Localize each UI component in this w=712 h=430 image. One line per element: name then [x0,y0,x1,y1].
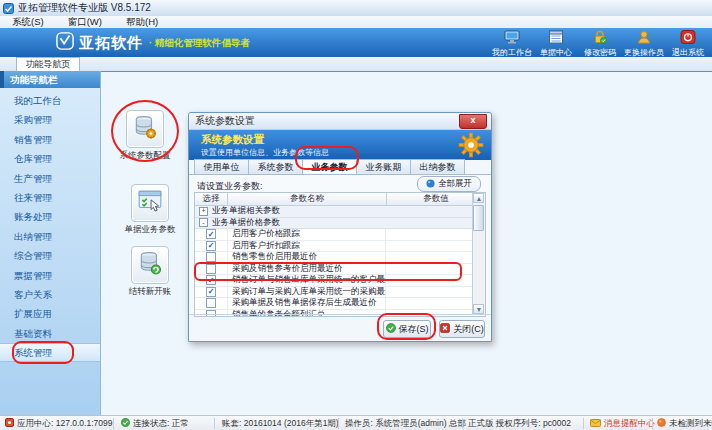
app-icon [3,3,14,14]
shortcut-label: 单据业务参数 [115,224,185,236]
menu-window[interactable]: 窗口(W) [56,16,114,29]
checkbox[interactable] [206,298,216,308]
system-params-dialog: 系统参数设置 x 系统参数设置 设置使用单位信息、业务参数等信息 使用单位 系统… [188,112,492,342]
status-operator: 操作员: 系统管理员(admin) 总部 [345,416,466,430]
change-password-button[interactable]: 修改密码 [578,30,622,58]
table-row[interactable]: 采购单据及销售单据保存后生成最近价 [195,298,485,310]
checkbox[interactable] [206,264,216,274]
sidebar-item-accounting[interactable]: 账务处理 [0,207,100,226]
sidebar-item-purchase[interactable]: 采购管理 [0,110,100,129]
brand-slogan: 精细化管理软件倡导者 [155,37,250,48]
close-button[interactable]: 关闭(C) [439,320,485,338]
shortcut-carryover[interactable]: 结转新开账 [115,246,185,298]
brand-separator: · [149,37,152,48]
call-device-icon [657,418,669,429]
checkbox[interactable]: ✓ [206,287,216,297]
switch-operator-button[interactable]: 更换操作员 [622,30,666,58]
brand-logo-icon [56,32,74,54]
database-carryover-icon [137,250,163,280]
save-button[interactable]: 保存(S) [383,320,431,338]
status-license: 正式版 授权序列号: pc0002 [468,416,571,430]
table-row[interactable]: ✓ 启用客户价格跟踪 [195,229,485,241]
scroll-down-icon[interactable] [473,304,484,314]
brand-name: 亚拓软件 [79,34,143,53]
shortcut-label: 结转新开账 [115,286,185,298]
window-titlebar: 亚拓管理软件专业版 V8.5.172 [0,0,712,17]
menu-system[interactable]: 系统(S) [0,16,56,29]
exit-system-button[interactable]: 退出系统 [666,30,710,58]
tab-cashier-params[interactable]: 出纳参数 [411,159,465,175]
close-x-icon [440,323,453,335]
dialog-title: 系统参数设置 [195,115,255,126]
status-bar: 应用中心: 127.0.0.1:7099 连接状态: 正常 账套: 201610… [0,415,712,430]
dialog-titlebar: 系统参数设置 x [189,113,491,130]
table-header: 选择 参数名称 参数值 [195,193,485,206]
status-connection: 连接状态: 正常 [121,416,189,430]
sidebar-item-production[interactable]: 生产管理 [0,169,100,188]
save-check-icon [386,323,399,335]
status-message-center[interactable]: 消息提醒中心 [590,416,655,430]
database-gear-icon [132,114,158,144]
scroll-up-icon[interactable] [473,193,484,203]
shortcut-label: 系统参数配置 [110,150,180,162]
page-tab-strip: 功能导航页 [0,57,712,72]
shortcut-document-params[interactable]: 单据业务参数 [115,184,185,236]
checkbox[interactable]: ✓ [206,229,216,239]
table-row[interactable]: 采购及销售参考价启用最近价 [195,264,485,276]
expand-all-icon [426,179,438,190]
document-params-icon [137,189,163,217]
tab-function-navigation[interactable]: 功能导航页 [16,57,80,71]
shortcut-system-params[interactable]: 系统参数配置 [110,110,180,162]
vertical-scrollbar[interactable] [472,193,485,314]
sidebar-item-extensions[interactable]: 扩展应用 [0,304,100,323]
sidebar-item-warehouse[interactable]: 仓库管理 [0,149,100,168]
sidebar-item-cashier[interactable]: 出纳管理 [0,227,100,246]
table-row-group[interactable]: - 业务单据价格参数 [195,218,485,230]
dialog-footer: 保存(S) 关闭(C) [189,314,491,342]
app-center-icon [5,418,17,429]
sidebar-item-crm[interactable]: 客户关系 [0,285,100,304]
menu-help[interactable]: 帮助(H) [114,16,170,29]
sidebar-item-my-workbench[interactable]: 我的工作台 [0,91,100,110]
status-app-center: 应用中心: 127.0.0.1:7099 [5,416,112,430]
switch-operator-icon [636,30,652,47]
workbench-icon [504,30,520,47]
sidebar-item-sales[interactable]: 销售管理 [0,130,100,149]
table-row[interactable]: 销售零售价启用最近价 [195,252,485,264]
table-row-annotated[interactable]: ✓ 销售订单与销售出库单采用统一的客户最近价 [195,275,485,287]
sidebar-item-comprehensive[interactable]: 综合管理 [0,246,100,265]
collapse-toggle-icon[interactable]: - [199,218,208,227]
checkbox[interactable]: ✓ [206,241,216,251]
tab-business-period[interactable]: 业务账期 [357,159,411,175]
dialog-body: 请设置业务参数: 全部展开 选择 参数名称 参数值 + 业务单据相关参数 - 业… [189,174,491,315]
tab-system-params[interactable]: 系统参数 [249,159,303,175]
password-icon [592,30,608,47]
checkbox[interactable]: ✓ [206,275,216,285]
table-row[interactable]: ✓ 采购订单与采购入库单采用统一的采购最近价 [195,287,485,299]
document-center-icon [548,30,564,47]
mail-icon [590,419,604,429]
sidebar-item-transactions[interactable]: 往来管理 [0,188,100,207]
checkbox[interactable] [206,252,216,262]
function-nav-sidebar: 功能导航栏 我的工作台 采购管理 销售管理 仓库管理 生产管理 往来管理 账务处… [0,71,101,415]
table-row[interactable]: ✓ 启用客户折扣跟踪 [195,241,485,253]
sidebar-item-system-management[interactable]: 系统管理 [0,343,100,362]
document-center-button[interactable]: 单据中心 [534,30,578,58]
gear-icon [458,132,484,162]
sidebar-item-basic-data[interactable]: 基础资料 [0,324,100,343]
expand-all-button[interactable]: 全部展开 [417,176,481,192]
scroll-thumb[interactable] [473,205,484,231]
sidebar-item-bills[interactable]: 票据管理 [0,266,100,285]
sidebar-header: 功能导航栏 [0,71,100,88]
close-icon[interactable]: x [459,114,487,129]
window-title: 亚拓管理软件专业版 V8.5.172 [18,1,151,15]
exit-icon [680,30,696,47]
dialog-header-title: 系统参数设置 [201,133,264,147]
tab-using-unit[interactable]: 使用单位 [194,159,249,175]
workbench-button[interactable]: 我的工作台 [490,30,534,58]
expand-toggle-icon[interactable]: + [199,207,208,216]
status-call-device: 未检测到来电设备 [657,416,712,430]
dialog-header-subtitle: 设置使用单位信息、业务参数等信息 [201,147,329,158]
dialog-tabs: 使用单位 系统参数 业务参数 业务账期 出纳参数 [194,159,465,174]
app-window: 亚拓管理软件专业版 V8.5.172 系统(S) 窗口(W) 帮助(H) 亚拓软… [0,0,712,430]
